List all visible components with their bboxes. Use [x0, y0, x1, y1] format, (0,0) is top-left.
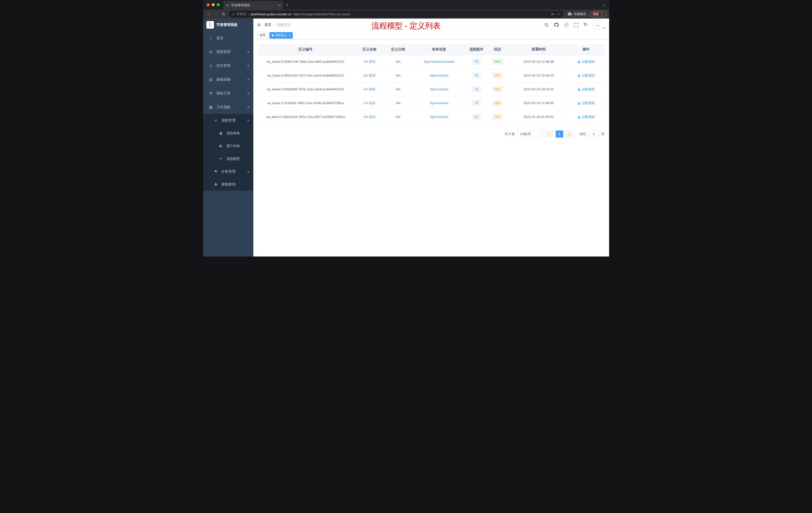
- table-row: oa_leave:4:991f2193-7b7f-11ec-a3c8-acde4…: [258, 68, 605, 82]
- assign-rule-button[interactable]: 分配规则: [578, 59, 595, 64]
- sidebar-item-process-form[interactable]: ▣ 流程表单: [203, 127, 253, 140]
- sidebar-item-process-model[interactable]: ✈ 流程模型: [203, 152, 253, 165]
- incognito-badge: 无痕模式: [568, 12, 586, 16]
- update-button[interactable]: 更新 ⋮: [590, 11, 606, 17]
- table-row: oa_leave:1:482ec033-762a-11ec-8477-a2380…: [258, 110, 605, 124]
- tab-search-icon[interactable]: ∨: [603, 3, 606, 7]
- fullscreen-icon[interactable]: [574, 23, 578, 27]
- bookmark-star-icon[interactable]: ☆: [557, 12, 560, 16]
- window-controls: [203, 3, 223, 6]
- definition-name-link[interactable]: OA 请假: [364, 115, 376, 119]
- chevron-up-icon: ∧: [247, 119, 250, 122]
- col-form-info: 表单信息: [410, 44, 468, 55]
- page-number-button[interactable]: 1: [556, 130, 563, 138]
- tag-close-icon[interactable]: ×: [289, 33, 291, 37]
- sidebar-fold-icon[interactable]: ≡: [257, 22, 261, 28]
- definition-category: OA: [386, 110, 410, 124]
- form-icon: ▣: [218, 131, 224, 135]
- avatar-image: [593, 20, 603, 30]
- deploy-time: 2022-01-22 19:19:11: [510, 82, 568, 96]
- update-label: 更新: [593, 12, 599, 16]
- form-link[interactable]: /bpm/oa/flow: [430, 87, 448, 91]
- sidebar-item-devtools[interactable]: ⚒ 研发工具 ∨: [203, 86, 253, 100]
- url-divider: |: [248, 12, 249, 16]
- forward-icon[interactable]: →: [214, 12, 219, 16]
- tags-view: 首页 流程定义 ×: [253, 31, 609, 40]
- definition-name-link[interactable]: OA 请假: [364, 60, 376, 63]
- new-tab-button[interactable]: +: [286, 2, 289, 8]
- assign-rule-button[interactable]: 分配规则: [578, 101, 595, 105]
- status-badge: 挂起: [492, 72, 503, 79]
- sidebar-item-infrastructure[interactable]: ▤ 基础设施 ∨: [203, 72, 253, 86]
- deploy-time: 2022-01-22 20:34:10: [510, 68, 568, 82]
- goto-page-input[interactable]: [588, 130, 599, 138]
- page-size-select[interactable]: 10条/页 ▾: [518, 130, 543, 138]
- font-size-icon[interactable]: TT: [584, 23, 588, 27]
- assign-rule-label: 分配规则: [582, 87, 595, 92]
- person-icon: [213, 182, 219, 186]
- tag-home[interactable]: 首页: [257, 32, 268, 39]
- status-badge: 挂起: [492, 114, 503, 120]
- definition-id: oa_leave:3:1fad3d93-7b75-11ec-a3c8-acde4…: [258, 82, 353, 96]
- help-icon[interactable]: ?: [564, 23, 569, 27]
- sidebar-item-process-management[interactable]: ≡ 流程管理 ∧: [203, 114, 253, 127]
- zoom-window-button[interactable]: [217, 3, 220, 6]
- active-tag-dot: [272, 34, 274, 36]
- yen-icon: ¥: [208, 63, 214, 68]
- definition-id: oa_leave:4:991f2193-7b7f-11ec-a3c8-acde4…: [258, 68, 353, 82]
- person-icon: [578, 74, 580, 77]
- definition-id: oa_leave:1:482ec033-762a-11ec-8477-a2380…: [258, 110, 353, 124]
- deploy-time: 2022-01-16 01:40:51: [510, 110, 568, 124]
- chevron-down-icon: ▾: [539, 132, 541, 135]
- next-page-button[interactable]: ›: [566, 130, 573, 138]
- home-icon: ⌂: [208, 36, 214, 40]
- close-window-button[interactable]: [207, 3, 210, 6]
- sidebar-item-label: 工作流程: [216, 105, 231, 110]
- breadcrumb-home[interactable]: 首页: [264, 23, 271, 27]
- assign-rule-button[interactable]: 分配规则: [578, 115, 595, 119]
- assign-rule-button[interactable]: 分配规则: [578, 73, 595, 78]
- form-link[interactable]: /bpm/oa/flow: [430, 73, 448, 77]
- tab-close-icon[interactable]: ×: [278, 3, 280, 7]
- table-row: oa_leave:5:004b710b-7b8a-11ec-8ef0-acde4…: [258, 55, 605, 68]
- sidebar-item-workflow[interactable]: ▦ 工作流程 ∧: [203, 100, 253, 114]
- prev-page-button[interactable]: ‹: [546, 130, 553, 138]
- definition-name-link[interactable]: OA 请假: [364, 101, 376, 105]
- url-path: /bpm/manager/definition?key=oa_leave: [293, 12, 350, 16]
- url-bar[interactable]: ⚠ 不安全 | dashboard.yudao.iocoder.cn /bpm/…: [229, 10, 563, 18]
- sidebar-item-label: 系统管理: [216, 50, 231, 54]
- back-icon[interactable]: ←: [206, 12, 211, 16]
- sidebar-item-user-group[interactable]: 用户分组: [203, 140, 253, 152]
- definition-name-link[interactable]: OA 请假: [364, 73, 376, 77]
- key-icon[interactable]: [551, 12, 555, 16]
- sidebar-item-label: 用户分组: [227, 144, 240, 148]
- list-icon: ≡: [213, 118, 219, 122]
- security-warning-icon: ⚠: [232, 12, 235, 16]
- definition-category: OA: [386, 96, 410, 110]
- minimize-window-button[interactable]: [212, 3, 215, 6]
- tag-process-definition[interactable]: 流程定义 ×: [269, 32, 293, 39]
- search-icon[interactable]: [544, 23, 549, 27]
- sidebar-logo: 芋道管理系统: [203, 19, 253, 31]
- pagination-total: 共 5 条: [505, 132, 515, 136]
- chevron-down-icon: ∨: [247, 51, 250, 53]
- github-icon[interactable]: [554, 23, 559, 27]
- user-avatar[interactable]: ▾: [593, 20, 605, 30]
- reload-icon[interactable]: ↻: [221, 12, 226, 17]
- sidebar-item-home[interactable]: ⌂ 首页: [203, 31, 253, 45]
- version-badge: v1: [472, 114, 481, 120]
- form-link[interactable]: /bpm/oa/leave/create: [424, 60, 454, 63]
- definition-name-link[interactable]: OA 请假: [364, 87, 376, 91]
- sidebar-item-leave-query[interactable]: 请假查询: [203, 178, 253, 191]
- chevron-down-icon: ∨: [247, 78, 250, 81]
- form-link[interactable]: /bpm/oa/flow: [430, 101, 448, 105]
- assign-rule-label: 分配规则: [582, 73, 595, 78]
- form-link[interactable]: /bpm/oa/flow: [430, 115, 448, 119]
- sidebar-item-payment[interactable]: ¥ 支付管理 ∨: [203, 59, 253, 72]
- browser-tab[interactable]: 芋道管理系统 ×: [223, 1, 283, 9]
- sidebar-item-system[interactable]: ⚙ 系统管理 ∨: [203, 45, 253, 59]
- browser-menu-icon: ⋮: [600, 12, 604, 16]
- deploy-time: 2022-01-22 21:48:38: [510, 55, 568, 68]
- sidebar-item-task-management[interactable]: ⚑ 任务管理 ∨: [203, 165, 253, 178]
- assign-rule-button[interactable]: 分配规则: [578, 87, 595, 92]
